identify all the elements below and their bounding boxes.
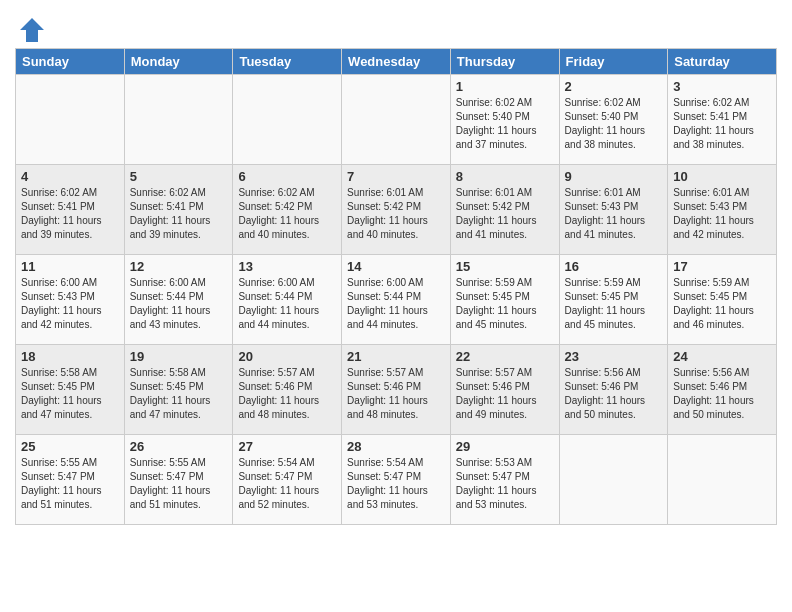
cell-info: Sunrise: 5:54 AM Sunset: 5:47 PM Dayligh… [238, 456, 336, 512]
cell-info: Sunrise: 6:01 AM Sunset: 5:42 PM Dayligh… [456, 186, 554, 242]
calendar-cell: 11Sunrise: 6:00 AM Sunset: 5:43 PM Dayli… [16, 255, 125, 345]
calendar-cell: 25Sunrise: 5:55 AM Sunset: 5:47 PM Dayli… [16, 435, 125, 525]
cell-info: Sunrise: 6:02 AM Sunset: 5:42 PM Dayligh… [238, 186, 336, 242]
calendar-cell [342, 75, 451, 165]
cell-info: Sunrise: 6:02 AM Sunset: 5:41 PM Dayligh… [673, 96, 771, 152]
calendar-cell: 26Sunrise: 5:55 AM Sunset: 5:47 PM Dayli… [124, 435, 233, 525]
calendar-cell: 2Sunrise: 6:02 AM Sunset: 5:40 PM Daylig… [559, 75, 668, 165]
cell-info: Sunrise: 5:56 AM Sunset: 5:46 PM Dayligh… [673, 366, 771, 422]
calendar-cell: 19Sunrise: 5:58 AM Sunset: 5:45 PM Dayli… [124, 345, 233, 435]
calendar-cell [668, 435, 777, 525]
cell-info: Sunrise: 5:54 AM Sunset: 5:47 PM Dayligh… [347, 456, 445, 512]
calendar-cell: 12Sunrise: 6:00 AM Sunset: 5:44 PM Dayli… [124, 255, 233, 345]
day-number: 15 [456, 259, 554, 274]
day-number: 21 [347, 349, 445, 364]
calendar-week-5: 25Sunrise: 5:55 AM Sunset: 5:47 PM Dayli… [16, 435, 777, 525]
logo-icon [18, 16, 46, 44]
calendar-header-sunday: Sunday [16, 49, 125, 75]
day-number: 6 [238, 169, 336, 184]
calendar-cell [124, 75, 233, 165]
calendar-cell: 29Sunrise: 5:53 AM Sunset: 5:47 PM Dayli… [450, 435, 559, 525]
day-number: 24 [673, 349, 771, 364]
cell-info: Sunrise: 5:55 AM Sunset: 5:47 PM Dayligh… [21, 456, 119, 512]
calendar-header-thursday: Thursday [450, 49, 559, 75]
day-number: 7 [347, 169, 445, 184]
calendar-cell: 8Sunrise: 6:01 AM Sunset: 5:42 PM Daylig… [450, 165, 559, 255]
calendar-header-saturday: Saturday [668, 49, 777, 75]
day-number: 20 [238, 349, 336, 364]
cell-info: Sunrise: 6:01 AM Sunset: 5:42 PM Dayligh… [347, 186, 445, 242]
page-header [15, 10, 777, 44]
day-number: 8 [456, 169, 554, 184]
calendar-cell: 20Sunrise: 5:57 AM Sunset: 5:46 PM Dayli… [233, 345, 342, 435]
day-number: 25 [21, 439, 119, 454]
cell-info: Sunrise: 6:00 AM Sunset: 5:43 PM Dayligh… [21, 276, 119, 332]
calendar-cell: 13Sunrise: 6:00 AM Sunset: 5:44 PM Dayli… [233, 255, 342, 345]
cell-info: Sunrise: 6:00 AM Sunset: 5:44 PM Dayligh… [238, 276, 336, 332]
cell-info: Sunrise: 6:02 AM Sunset: 5:40 PM Dayligh… [456, 96, 554, 152]
calendar-cell [16, 75, 125, 165]
calendar-cell: 24Sunrise: 5:56 AM Sunset: 5:46 PM Dayli… [668, 345, 777, 435]
calendar-week-1: 1Sunrise: 6:02 AM Sunset: 5:40 PM Daylig… [16, 75, 777, 165]
calendar-cell: 6Sunrise: 6:02 AM Sunset: 5:42 PM Daylig… [233, 165, 342, 255]
day-number: 2 [565, 79, 663, 94]
calendar-cell: 17Sunrise: 5:59 AM Sunset: 5:45 PM Dayli… [668, 255, 777, 345]
day-number: 10 [673, 169, 771, 184]
day-number: 17 [673, 259, 771, 274]
day-number: 26 [130, 439, 228, 454]
cell-info: Sunrise: 6:00 AM Sunset: 5:44 PM Dayligh… [130, 276, 228, 332]
day-number: 16 [565, 259, 663, 274]
day-number: 9 [565, 169, 663, 184]
calendar-cell: 7Sunrise: 6:01 AM Sunset: 5:42 PM Daylig… [342, 165, 451, 255]
cell-info: Sunrise: 6:01 AM Sunset: 5:43 PM Dayligh… [565, 186, 663, 242]
cell-info: Sunrise: 5:57 AM Sunset: 5:46 PM Dayligh… [238, 366, 336, 422]
cell-info: Sunrise: 6:02 AM Sunset: 5:41 PM Dayligh… [130, 186, 228, 242]
calendar-cell: 27Sunrise: 5:54 AM Sunset: 5:47 PM Dayli… [233, 435, 342, 525]
calendar-week-2: 4Sunrise: 6:02 AM Sunset: 5:41 PM Daylig… [16, 165, 777, 255]
cell-info: Sunrise: 5:58 AM Sunset: 5:45 PM Dayligh… [130, 366, 228, 422]
calendar-header-friday: Friday [559, 49, 668, 75]
cell-info: Sunrise: 5:59 AM Sunset: 5:45 PM Dayligh… [673, 276, 771, 332]
day-number: 18 [21, 349, 119, 364]
calendar-cell: 9Sunrise: 6:01 AM Sunset: 5:43 PM Daylig… [559, 165, 668, 255]
calendar-header-monday: Monday [124, 49, 233, 75]
cell-info: Sunrise: 6:02 AM Sunset: 5:40 PM Dayligh… [565, 96, 663, 152]
day-number: 19 [130, 349, 228, 364]
calendar-cell: 1Sunrise: 6:02 AM Sunset: 5:40 PM Daylig… [450, 75, 559, 165]
cell-info: Sunrise: 5:59 AM Sunset: 5:45 PM Dayligh… [565, 276, 663, 332]
day-number: 3 [673, 79, 771, 94]
calendar-cell: 28Sunrise: 5:54 AM Sunset: 5:47 PM Dayli… [342, 435, 451, 525]
day-number: 22 [456, 349, 554, 364]
cell-info: Sunrise: 5:59 AM Sunset: 5:45 PM Dayligh… [456, 276, 554, 332]
day-number: 5 [130, 169, 228, 184]
calendar-cell: 14Sunrise: 6:00 AM Sunset: 5:44 PM Dayli… [342, 255, 451, 345]
day-number: 27 [238, 439, 336, 454]
calendar-week-4: 18Sunrise: 5:58 AM Sunset: 5:45 PM Dayli… [16, 345, 777, 435]
calendar-header-row: SundayMondayTuesdayWednesdayThursdayFrid… [16, 49, 777, 75]
calendar-cell [559, 435, 668, 525]
day-number: 12 [130, 259, 228, 274]
cell-info: Sunrise: 6:00 AM Sunset: 5:44 PM Dayligh… [347, 276, 445, 332]
calendar-cell: 22Sunrise: 5:57 AM Sunset: 5:46 PM Dayli… [450, 345, 559, 435]
cell-info: Sunrise: 5:58 AM Sunset: 5:45 PM Dayligh… [21, 366, 119, 422]
calendar-table: SundayMondayTuesdayWednesdayThursdayFrid… [15, 48, 777, 525]
calendar-cell: 16Sunrise: 5:59 AM Sunset: 5:45 PM Dayli… [559, 255, 668, 345]
calendar-cell: 4Sunrise: 6:02 AM Sunset: 5:41 PM Daylig… [16, 165, 125, 255]
cell-info: Sunrise: 5:57 AM Sunset: 5:46 PM Dayligh… [456, 366, 554, 422]
cell-info: Sunrise: 5:56 AM Sunset: 5:46 PM Dayligh… [565, 366, 663, 422]
day-number: 14 [347, 259, 445, 274]
day-number: 4 [21, 169, 119, 184]
calendar-header-wednesday: Wednesday [342, 49, 451, 75]
calendar-cell: 10Sunrise: 6:01 AM Sunset: 5:43 PM Dayli… [668, 165, 777, 255]
calendar-cell: 15Sunrise: 5:59 AM Sunset: 5:45 PM Dayli… [450, 255, 559, 345]
cell-info: Sunrise: 6:02 AM Sunset: 5:41 PM Dayligh… [21, 186, 119, 242]
cell-info: Sunrise: 5:55 AM Sunset: 5:47 PM Dayligh… [130, 456, 228, 512]
day-number: 29 [456, 439, 554, 454]
calendar-cell: 3Sunrise: 6:02 AM Sunset: 5:41 PM Daylig… [668, 75, 777, 165]
calendar-cell: 21Sunrise: 5:57 AM Sunset: 5:46 PM Dayli… [342, 345, 451, 435]
cell-info: Sunrise: 5:53 AM Sunset: 5:47 PM Dayligh… [456, 456, 554, 512]
day-number: 28 [347, 439, 445, 454]
calendar-body: 1Sunrise: 6:02 AM Sunset: 5:40 PM Daylig… [16, 75, 777, 525]
calendar-cell [233, 75, 342, 165]
calendar-cell: 5Sunrise: 6:02 AM Sunset: 5:41 PM Daylig… [124, 165, 233, 255]
